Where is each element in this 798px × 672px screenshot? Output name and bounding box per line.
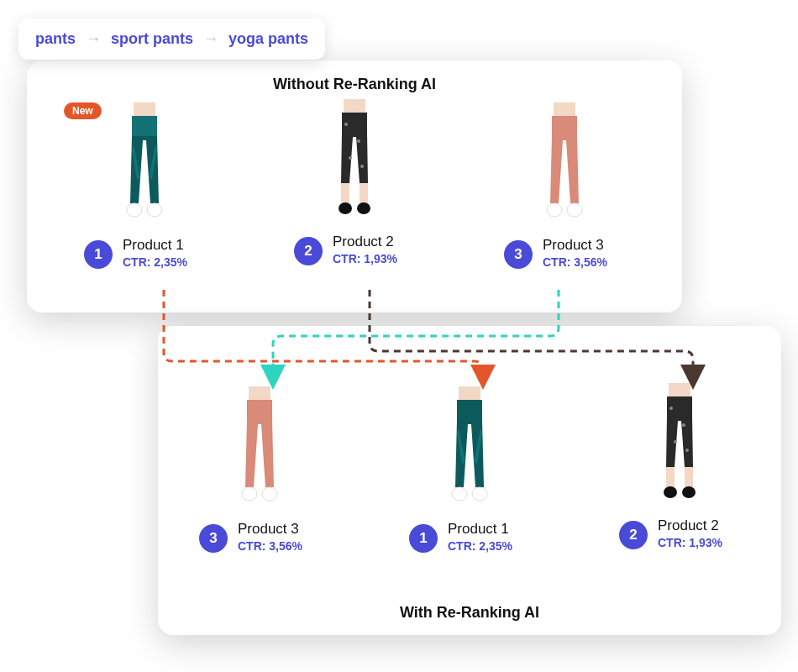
product-name-label: Product 3	[238, 521, 302, 538]
products-row-without: New 1 Product 1 CTR: 2,35%	[27, 102, 682, 269]
product-ctr-label: CTR: 3,56%	[543, 255, 607, 269]
rank-badge: 2	[619, 521, 648, 549]
product-ctr-label: CTR: 2,35%	[448, 539, 512, 553]
svg-point-24	[674, 440, 677, 444]
product-ctr-label: CTR: 1,93%	[333, 252, 397, 265]
product-image-icon	[642, 386, 717, 501]
breadcrumb-level-2[interactable]: sport pants	[111, 30, 193, 48]
svg-point-17	[262, 487, 277, 501]
product-card: 3 Product 3 CTR: 3,56%	[489, 102, 640, 269]
panel-title-with: With Re-Ranking AI	[158, 604, 781, 622]
product-card: 3 Product 3 CTR: 3,56%	[184, 386, 335, 553]
products-row-with: 3 Product 3 CTR: 3,56% 1	[158, 386, 781, 553]
breadcrumb-level-3[interactable]: yoga pants	[228, 30, 308, 48]
svg-point-5	[357, 139, 360, 143]
svg-point-6	[349, 156, 352, 160]
product-name-label: Product 2	[333, 234, 397, 250]
svg-point-29	[682, 486, 696, 498]
product-ctr-label: CTR: 1,93%	[658, 536, 722, 549]
svg-rect-12	[554, 102, 575, 118]
svg-point-10	[339, 202, 352, 214]
product-image-icon	[222, 386, 297, 504]
svg-point-7	[360, 165, 364, 168]
product-name-label: Product 1	[448, 521, 512, 538]
svg-rect-9	[360, 183, 368, 203]
svg-rect-18	[459, 386, 480, 402]
svg-rect-3	[344, 99, 365, 114]
product-card: 1 Product 1 CTR: 2,35%	[394, 386, 545, 553]
panel-without-reranking: Without Re-Ranking AI New 1 Product 1 CT…	[27, 60, 682, 312]
svg-point-11	[357, 202, 370, 214]
svg-point-14	[567, 203, 582, 217]
svg-rect-0	[134, 102, 155, 118]
product-name-label: Product 3	[543, 237, 607, 254]
svg-rect-8	[341, 183, 349, 203]
svg-rect-21	[669, 383, 690, 398]
product-card: 2 Product 2 CTR: 1,93%	[604, 386, 755, 553]
svg-point-22	[669, 407, 673, 410]
svg-point-4	[344, 123, 348, 126]
svg-rect-26	[666, 467, 675, 487]
rank-badge: 3	[199, 524, 228, 553]
panel-title-without: Without Re-Ranking AI	[27, 76, 682, 93]
svg-rect-27	[685, 467, 693, 487]
svg-point-20	[472, 487, 487, 501]
svg-point-19	[452, 487, 467, 501]
product-image-icon	[527, 102, 602, 220]
product-name-label: Product 1	[123, 237, 187, 254]
svg-point-25	[685, 449, 689, 452]
svg-rect-15	[249, 386, 270, 402]
product-ctr-label: CTR: 2,35%	[123, 255, 187, 269]
rank-badge: 1	[84, 240, 113, 269]
product-name-label: Product 2	[658, 517, 722, 534]
svg-point-2	[147, 203, 162, 217]
breadcrumb: pants → sport pants → yoga pants	[18, 18, 325, 60]
rank-badge: 3	[504, 240, 533, 269]
chevron-right-icon: →	[203, 30, 218, 48]
rank-badge: 1	[409, 524, 438, 553]
svg-point-23	[682, 423, 685, 427]
rank-badge: 2	[294, 237, 323, 265]
product-card: 2 Product 2 CTR: 1,93%	[279, 102, 430, 269]
product-image-icon	[317, 102, 392, 217]
svg-point-1	[127, 203, 142, 217]
new-badge: New	[64, 102, 102, 119]
product-card: New 1 Product 1 CTR: 2,35%	[69, 102, 220, 269]
svg-point-16	[242, 487, 257, 501]
product-image-icon	[107, 102, 182, 220]
chevron-right-icon: →	[86, 30, 101, 48]
product-image-icon	[432, 386, 507, 504]
breadcrumb-level-1[interactable]: pants	[35, 30, 76, 48]
product-ctr-label: CTR: 3,56%	[238, 539, 302, 553]
svg-point-13	[547, 203, 562, 217]
svg-point-28	[664, 486, 677, 498]
panel-with-reranking: 3 Product 3 CTR: 3,56% 1	[158, 326, 781, 635]
